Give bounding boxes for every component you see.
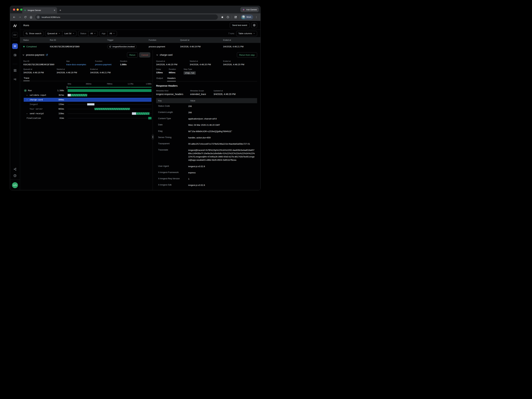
ended-at-value: 3/4/2026, 4:46:21 PM — [223, 45, 260, 48]
tab-search-icon[interactable] — [233, 15, 238, 19]
url-text: localhost:8288/runs — [42, 16, 60, 18]
header-row: Content-Typeapplication/json; charset=ut… — [156, 116, 257, 122]
updated-at-label: Updated at — [214, 90, 257, 92]
forward-button[interactable] — [17, 15, 22, 19]
sidebar-item-help[interactable] — [12, 173, 18, 178]
collapse-chevron-icon[interactable] — [22, 54, 25, 56]
started-at-label: Started at — [57, 68, 90, 70]
trace-row-your-server[interactable]: Your server 665ms — [24, 107, 152, 111]
metadata-kind-value: inngest.response_headers — [156, 93, 190, 95]
desktop: Inngest Server ✕ + Ask Gemini — [0, 0, 266, 199]
site-info-icon[interactable] — [36, 15, 40, 19]
url-bar[interactable]: localhost:8288/runs — [35, 14, 218, 20]
sidebar-item-share[interactable] — [12, 166, 18, 172]
pane-resize-handle[interactable] — [152, 135, 154, 140]
status-filter-dropdown[interactable]: All — [88, 31, 98, 36]
sidebar-item-events[interactable] — [12, 52, 18, 58]
back-button[interactable] — [12, 15, 17, 19]
close-window-button[interactable] — [13, 9, 15, 11]
trace-row-validate-input[interactable]: ▸ validate-input 367ms — [24, 93, 152, 97]
toolbar-separator — [232, 16, 232, 18]
collapse-chevron-icon[interactable] — [156, 54, 158, 56]
tab-output[interactable]: Output — [156, 77, 163, 81]
ask-gemini-button[interactable]: Ask Gemini — [240, 7, 259, 12]
extensions-icon[interactable] — [225, 15, 230, 19]
browser-profile-chip[interactable]: Work — [241, 15, 253, 19]
time-axis: 0ms 392ms 784ms 1.176s 1.568s — [68, 83, 152, 86]
tab-headers[interactable]: Headers — [167, 77, 176, 81]
home-button[interactable] — [28, 15, 33, 19]
col-trigger: Trigger — [107, 39, 149, 41]
table-row[interactable]: Completed 01KJXD1TQCZ852GMEX0CQF3D69 inn… — [20, 43, 260, 50]
app-link[interactable]: trace-docs-examples — [66, 63, 95, 66]
duration-label: Duration — [120, 60, 149, 62]
apps-icon — [13, 69, 17, 72]
inngest-logo[interactable] — [13, 24, 17, 28]
expand-caret-icon[interactable]: ▸ — [27, 94, 28, 96]
time-range-dropdown[interactable]: Last 3d — [62, 31, 76, 36]
header-row: Content-Length266 — [156, 110, 257, 116]
trigger-pill[interactable]: inngest/function.invoked — [107, 44, 137, 49]
reload-button[interactable] — [23, 15, 28, 19]
page-title: Runs — [23, 24, 29, 27]
filter-bar: Show search Queued at Last 3d — [20, 30, 260, 37]
bookmark-star-icon[interactable] — [220, 15, 225, 19]
table-columns-button[interactable]: Table columns — [236, 31, 257, 36]
trace-row-finalization[interactable]: Finalization 61ms — [24, 116, 152, 120]
settings-button[interactable] — [251, 23, 257, 28]
queued-at-value: 3/4/2026, 4:46:19 PM — [180, 45, 223, 48]
chevron-down-icon — [73, 32, 74, 34]
sidebar-item-apps[interactable] — [12, 68, 18, 73]
tab-trace[interactable]: Trace — [23, 77, 30, 81]
runs-list-icon — [13, 45, 16, 48]
header-row: DateWed, 04 Mar 2026 21:46:20 GMT — [156, 122, 257, 128]
trace-row-send-receipt[interactable]: ▸ send-receipt 328ms — [24, 112, 152, 116]
ended-at-label: Ended at — [90, 68, 149, 70]
col-function: Function — [149, 39, 180, 41]
duration-value: 1.568s — [120, 63, 149, 66]
trace-row-run[interactable]: Run 1.568s — [24, 89, 152, 92]
maximize-window-button[interactable] — [20, 9, 22, 11]
trace-row-charge-card[interactable]: ▾ charge-card 800ms — [24, 98, 152, 102]
chevron-down-icon — [113, 32, 115, 34]
response-headers-title: Response Headers — [156, 85, 257, 87]
minimap-scrubber[interactable] — [67, 86, 67, 89]
browser-menu-kebab-icon[interactable] — [254, 15, 259, 19]
started-at-value: 3/4/2026, 4:46:19 PM — [57, 71, 90, 74]
header-row: X-Inngest-Req-Version1 — [156, 176, 257, 182]
dev-mode-button[interactable]: </> — [12, 182, 18, 188]
app-filter-dropdown[interactable]: All — [108, 31, 117, 36]
rerun-button[interactable]: Rerun — [127, 52, 138, 57]
updated-at-value: 3/4/2026, 4:46:20 PM — [214, 93, 257, 95]
col-ended-at: Ended at — [223, 39, 260, 41]
new-tab-button[interactable]: + — [59, 9, 61, 12]
help-icon — [13, 174, 17, 177]
expand-caret-icon[interactable]: ▾ — [27, 99, 28, 101]
inngest-app: DV — [10, 21, 260, 190]
app-filter: App All — [100, 31, 117, 36]
function-link[interactable]: process-payment — [95, 63, 120, 66]
minimize-window-button[interactable] — [17, 9, 19, 11]
show-search-button[interactable]: Show search — [23, 31, 44, 36]
app-env-badge[interactable]: DV — [12, 32, 18, 38]
sidebar-divider — [13, 64, 18, 64]
cancel-button[interactable]: Cancel — [139, 52, 150, 57]
tab-close-icon[interactable]: ✕ — [54, 9, 56, 12]
browser-tab[interactable]: Inngest Server ✕ — [22, 7, 57, 13]
queued-at-dropdown[interactable]: Queued at — [45, 31, 62, 36]
sidebar-item-runs[interactable] — [12, 43, 18, 49]
trace-row-inngest[interactable]: Inngest 135ms — [24, 102, 152, 106]
sidebar-item-functions[interactable] — [12, 76, 18, 82]
step-detail-pane: charge-card Rerun from step Queued at 3/… — [153, 50, 260, 190]
expand-caret-icon[interactable]: ▸ — [27, 113, 28, 114]
trace-minimap[interactable] — [68, 86, 152, 89]
function-label: Function — [95, 60, 120, 62]
browser-window: Inngest Server ✕ + Ask Gemini — [10, 6, 260, 190]
external-link-icon[interactable] — [46, 54, 48, 56]
step-title: charge-card — [160, 54, 172, 56]
queued-at-label: Queued at — [156, 60, 190, 62]
sidebar-divider — [10, 179, 20, 180]
rerun-from-step-button[interactable]: Rerun from step — [237, 52, 257, 57]
status-dot — [23, 46, 25, 47]
send-test-event-button[interactable]: Send test event — [230, 23, 250, 28]
